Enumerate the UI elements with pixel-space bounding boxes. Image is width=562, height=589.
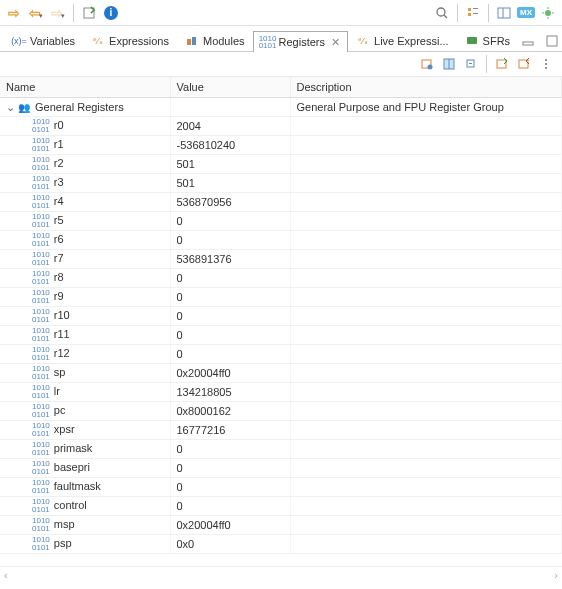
table-row[interactable]: 10100101control0 — [0, 497, 562, 516]
table-row[interactable]: 10100101r02004 — [0, 117, 562, 136]
table-row[interactable]: 10100101xpsr16777216 — [0, 421, 562, 440]
svg-point-9 — [545, 10, 551, 16]
register-value[interactable]: 0 — [170, 345, 290, 364]
register-value[interactable]: 536870956 — [170, 193, 290, 212]
table-row[interactable]: 10100101r2501 — [0, 155, 562, 174]
table-row[interactable]: 10100101r100 — [0, 307, 562, 326]
table-row[interactable]: 10100101r80 — [0, 269, 562, 288]
show-type-icon[interactable] — [417, 54, 437, 74]
info-icon[interactable]: i — [101, 3, 121, 23]
tab-live-expressions[interactable]: ᵉ⁄ₓLive Expressi... — [348, 30, 457, 51]
register-value[interactable]: 2004 — [170, 117, 290, 136]
register-icon: 10100101 — [32, 403, 50, 419]
register-name: r0 — [54, 119, 64, 131]
table-row[interactable]: 10100101faultmask0 — [0, 478, 562, 497]
registers-table: Name Value Description ⌄👥General Registe… — [0, 77, 562, 554]
table-row[interactable]: 10100101sp0x20004ff0 — [0, 364, 562, 383]
register-icon: 10100101 — [32, 327, 50, 343]
outline-icon[interactable] — [463, 3, 483, 23]
register-value[interactable]: 0 — [170, 231, 290, 250]
register-value[interactable]: 0 — [170, 269, 290, 288]
tab-registers[interactable]: 10100101Registers✕ — [253, 31, 348, 52]
chevron-down-icon[interactable]: ⌄ — [6, 101, 15, 110]
table-row[interactable]: 10100101r1-536810240 — [0, 136, 562, 155]
register-value[interactable]: 0 — [170, 459, 290, 478]
debug-config-icon[interactable] — [538, 3, 558, 23]
search-icon[interactable] — [432, 3, 452, 23]
export-icon[interactable] — [514, 54, 534, 74]
tab-modules[interactable]: Modules — [177, 30, 253, 51]
table-row[interactable]: 10100101r110 — [0, 326, 562, 345]
register-value[interactable]: 536891376 — [170, 250, 290, 269]
open-perspective-icon[interactable] — [79, 3, 99, 23]
register-icon: 10100101 — [32, 156, 50, 172]
table-row[interactable]: 10100101r90 — [0, 288, 562, 307]
close-icon[interactable]: ✕ — [331, 36, 340, 49]
view-menu-icon[interactable] — [536, 54, 556, 74]
register-name: r2 — [54, 157, 64, 169]
register-icon: 10100101 — [32, 175, 50, 191]
register-value[interactable]: 0 — [170, 307, 290, 326]
register-value[interactable]: 0 — [170, 212, 290, 231]
tab-sfrs[interactable]: SFRs — [457, 30, 519, 51]
col-value[interactable]: Value — [170, 77, 290, 98]
register-group-row[interactable]: ⌄👥General Registers General Purpose and … — [0, 98, 562, 117]
tab-bar: (x)=Variables ᵉ⁄ₓExpressions Modules 101… — [0, 26, 562, 52]
tab-expressions[interactable]: ᵉ⁄ₓExpressions — [83, 30, 177, 51]
col-name[interactable]: Name — [0, 77, 170, 98]
table-row[interactable]: 10100101basepri0 — [0, 459, 562, 478]
register-value[interactable]: 0x8000162 — [170, 402, 290, 421]
table-row[interactable]: 10100101psp0x0 — [0, 535, 562, 554]
table-row[interactable]: 10100101primask0 — [0, 440, 562, 459]
scroll-left-icon[interactable]: ‹ — [4, 569, 8, 581]
register-value[interactable]: 501 — [170, 174, 290, 193]
mx-icon[interactable]: MX — [516, 3, 536, 23]
register-value[interactable]: 0 — [170, 440, 290, 459]
register-name: r1 — [54, 138, 64, 150]
table-row[interactable]: 10100101r4536870956 — [0, 193, 562, 212]
register-value[interactable]: 0 — [170, 497, 290, 516]
register-value[interactable]: 0 — [170, 326, 290, 345]
register-icon: 10100101 — [32, 536, 50, 552]
minimize-icon[interactable] — [518, 31, 538, 51]
register-value[interactable]: 0 — [170, 288, 290, 307]
table-row[interactable]: 10100101pc0x8000162 — [0, 402, 562, 421]
register-value[interactable]: 134218805 — [170, 383, 290, 402]
register-name: r11 — [54, 328, 70, 340]
import-icon[interactable] — [492, 54, 512, 74]
view-toolbar — [0, 52, 562, 76]
forward-icon[interactable]: ⇨▾ — [48, 3, 68, 23]
register-icon: 10100101 — [32, 479, 50, 495]
layout-icon[interactable] — [439, 54, 459, 74]
separator — [488, 4, 489, 22]
table-row[interactable]: 10100101r7536891376 — [0, 250, 562, 269]
window-icon[interactable] — [494, 3, 514, 23]
table-row[interactable]: 10100101lr134218805 — [0, 383, 562, 402]
register-value[interactable]: 0x20004ff0 — [170, 516, 290, 535]
table-row[interactable]: 10100101msp0x20004ff0 — [0, 516, 562, 535]
table-row[interactable]: 10100101r3501 — [0, 174, 562, 193]
collapse-all-icon[interactable] — [461, 54, 481, 74]
maximize-icon[interactable] — [542, 31, 562, 51]
col-description[interactable]: Description — [290, 77, 562, 98]
register-icon: 10100101 — [32, 308, 50, 324]
table-row[interactable]: 10100101r60 — [0, 231, 562, 250]
register-value[interactable]: 0 — [170, 478, 290, 497]
register-value[interactable]: 0x20004ff0 — [170, 364, 290, 383]
register-icon: 10100101 — [32, 194, 50, 210]
register-value[interactable]: -536810240 — [170, 136, 290, 155]
back-icon[interactable]: ⇦▾ — [26, 3, 46, 23]
register-name: xpsr — [54, 423, 75, 435]
horizontal-scrollbar[interactable]: ‹ › — [0, 566, 562, 582]
main-toolbar: ⇨ ⇦▾ ⇨▾ i MX — [0, 0, 562, 26]
register-value[interactable]: 501 — [170, 155, 290, 174]
register-value[interactable]: 16777216 — [170, 421, 290, 440]
table-row[interactable]: 10100101r50 — [0, 212, 562, 231]
register-icon: 10100101 — [32, 232, 50, 248]
table-row[interactable]: 10100101r120 — [0, 345, 562, 364]
register-value[interactable]: 0x0 — [170, 535, 290, 554]
tab-variables[interactable]: (x)=Variables — [4, 30, 83, 51]
step-return-icon[interactable]: ⇨ — [4, 3, 24, 23]
scroll-right-icon[interactable]: › — [554, 569, 558, 581]
register-name: basepri — [54, 461, 90, 473]
